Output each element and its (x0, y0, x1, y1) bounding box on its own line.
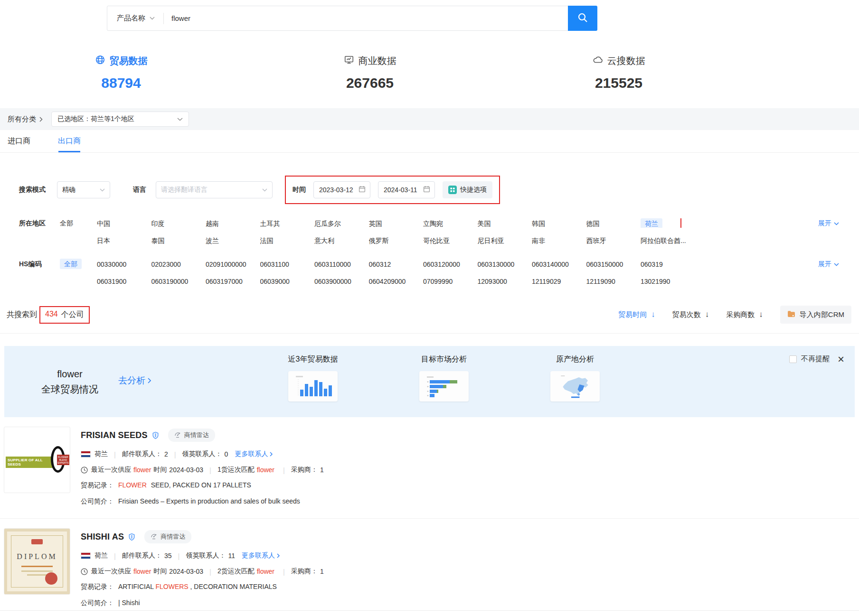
region-option[interactable]: 西班牙 (586, 235, 641, 245)
supply-time-label: 时间 (153, 567, 167, 576)
go-analyze-link[interactable]: 去分析 (118, 374, 151, 387)
hs-all-option[interactable]: 全部 (60, 259, 97, 286)
more-contacts-label: 更多联系人 (235, 450, 268, 458)
hs-option[interactable]: 0603130000 (478, 259, 532, 269)
shipment-match-label: 1货运次匹配 (217, 466, 255, 474)
hs-expand-link[interactable]: 展开 (818, 260, 839, 269)
sort-trade-count[interactable]: 贸易次数 ↓ (672, 310, 709, 319)
search-icon (577, 12, 588, 25)
region-option[interactable]: 印度 (151, 218, 206, 228)
region-option[interactable]: 日本 (97, 235, 151, 245)
quick-options-button[interactable]: 快捷选项 (443, 181, 492, 198)
hs-option[interactable]: 12119029 (532, 276, 586, 286)
chevron-down-icon (834, 222, 839, 225)
trade-record-rest: SEED, PACKED ON 17 PALLETS (151, 481, 251, 489)
region-option[interactable]: 美国 (478, 218, 532, 228)
region-option[interactable]: 韩国 (532, 218, 586, 228)
thumb-trade-3y[interactable]: 近3年贸易数据 (283, 355, 343, 401)
stat-value: 215525 (571, 75, 666, 91)
more-contacts-link[interactable]: 更多联系人 (235, 450, 273, 458)
date-from-input[interactable]: 2023-03-12 (313, 181, 370, 198)
selected-region-dropdown[interactable]: 已选地区：荷兰等1个地区 (51, 112, 189, 127)
region-option[interactable]: 土耳其 (260, 218, 315, 228)
tab-importer[interactable]: 进口商 (8, 130, 30, 152)
hs-option[interactable]: 12093000 (478, 276, 532, 286)
hs-option[interactable]: 0603140000 (532, 259, 586, 269)
region-option[interactable]: 南非 (532, 235, 586, 245)
stat-trade-data[interactable]: 贸易数据 88794 (74, 55, 169, 91)
hs-option[interactable]: 07099990 (423, 276, 478, 286)
region-option[interactable]: 法国 (260, 235, 315, 245)
region-option[interactable]: 尼日利亚 (478, 235, 532, 245)
business-radar-badge[interactable]: 商情雷达 (144, 530, 191, 543)
region-all-option[interactable]: 全部 (60, 218, 97, 245)
hs-option[interactable]: 13021990 (641, 276, 695, 286)
shield-icon[interactable] (129, 533, 135, 541)
hs-option[interactable]: 12119090 (586, 276, 641, 286)
search-button[interactable] (568, 6, 597, 31)
hs-option[interactable]: 06039000 (260, 276, 315, 286)
language-select[interactable]: 请选择翻译语言 (156, 181, 273, 198)
hs-option[interactable]: 0603190000 (151, 276, 206, 286)
hs-option[interactable]: 0603900000 (314, 276, 369, 286)
hs-option[interactable]: 060312 (369, 259, 424, 269)
search-category-dropdown[interactable]: 产品名称 (107, 14, 163, 23)
region-option[interactable]: 泰国 (151, 235, 206, 245)
hs-option[interactable]: 06031100 (260, 259, 315, 269)
shield-icon[interactable] (152, 432, 159, 439)
all-categories-link[interactable]: 所有分类 (8, 115, 43, 124)
date-to-input[interactable]: 2024-03-11 (378, 181, 435, 198)
region-option[interactable]: 阿拉伯联合酋... (641, 235, 695, 245)
sort-trade-time[interactable]: 贸易时间 ↓ (618, 310, 655, 319)
company-name[interactable]: FRISIAN SEEDS (81, 430, 148, 440)
search-input[interactable] (164, 14, 568, 22)
dont-remind-label: 不再提醒 (801, 355, 830, 364)
hs-option[interactable]: 060319 (641, 259, 695, 269)
contacts-row: 荷兰 | 邮件联系人： 2 | 领英联系人： 0 更多联系人 (81, 450, 324, 458)
company-country: 荷兰 (94, 551, 108, 560)
buyer-count-label: 采购商： (291, 466, 318, 474)
region-option[interactable]: 厄瓜多尔 (314, 218, 369, 228)
region-option[interactable]: 英国 (369, 218, 424, 228)
tab-exporter[interactable]: 出口商 (58, 130, 81, 152)
hs-option[interactable]: 0603120000 (423, 259, 478, 269)
hs-option[interactable]: 0603110000 (314, 259, 369, 269)
region-option[interactable]: 德国 (586, 218, 641, 228)
region-option[interactable]: 立陶宛 (423, 218, 478, 228)
hs-option[interactable]: 02023000 (151, 259, 206, 269)
hs-option[interactable]: 06031900 (97, 276, 151, 286)
region-option[interactable]: 中国 (97, 218, 151, 228)
region-option[interactable]: 哥伦比亚 (423, 235, 478, 245)
region-option-selected[interactable]: 荷兰 (641, 218, 695, 228)
business-radar-badge[interactable]: 商情雷达 (168, 429, 215, 442)
more-contacts-link[interactable]: 更多联系人 (242, 551, 280, 560)
linkedin-contacts-label: 领英联系人： (182, 450, 222, 458)
close-icon[interactable]: × (838, 355, 844, 363)
supply-row: 最近一次供应 flower 时间 2024-03-03 | 1货运次匹配 flo… (81, 466, 324, 474)
thumb-origin-analysis[interactable]: 原产地分析 (545, 355, 605, 401)
import-crm-button[interactable]: 导入内部CRM (780, 306, 851, 324)
region-option[interactable]: 意大利 (314, 235, 369, 245)
hs-option[interactable]: 02091000000 (206, 259, 260, 269)
hs-option[interactable]: 00330000 (97, 259, 151, 269)
region-option[interactable]: 俄罗斯 (369, 235, 424, 245)
sort-buyer-count[interactable]: 采购商数 ↓ (726, 310, 763, 319)
thumb-target-market[interactable]: 目标市场分析 (414, 355, 474, 401)
company-logo[interactable]: SUPPLIER OF ALL SEEDS FLOWER BLEND EXPER… (4, 427, 70, 493)
company-logo[interactable]: DIPLOM (4, 528, 70, 595)
hs-option[interactable]: 0603150000 (586, 259, 641, 269)
region-expand-link[interactable]: 展开 (818, 219, 839, 228)
region-option[interactable]: 越南 (206, 218, 260, 228)
stat-business-data[interactable]: 商业数据 267665 (322, 55, 417, 91)
calendar-icon (359, 186, 366, 194)
category-bar: 所有分类 已选地区：荷兰等1个地区 (0, 108, 859, 130)
company-name[interactable]: SHISHI AS (81, 532, 124, 542)
region-option[interactable]: 波兰 (206, 235, 260, 245)
all-categories-label: 所有分类 (8, 115, 36, 124)
search-mode-select[interactable]: 精确 (57, 181, 110, 198)
stat-cloud-search-data[interactable]: 云搜数据 215525 (571, 55, 666, 91)
dont-remind-checkbox[interactable] (789, 355, 797, 363)
company-card: SUPPLIER OF ALL SEEDS FLOWER BLEND EXPER… (0, 427, 859, 506)
hs-option[interactable]: 0604209000 (369, 276, 424, 286)
hs-option[interactable]: 0603197000 (206, 276, 260, 286)
